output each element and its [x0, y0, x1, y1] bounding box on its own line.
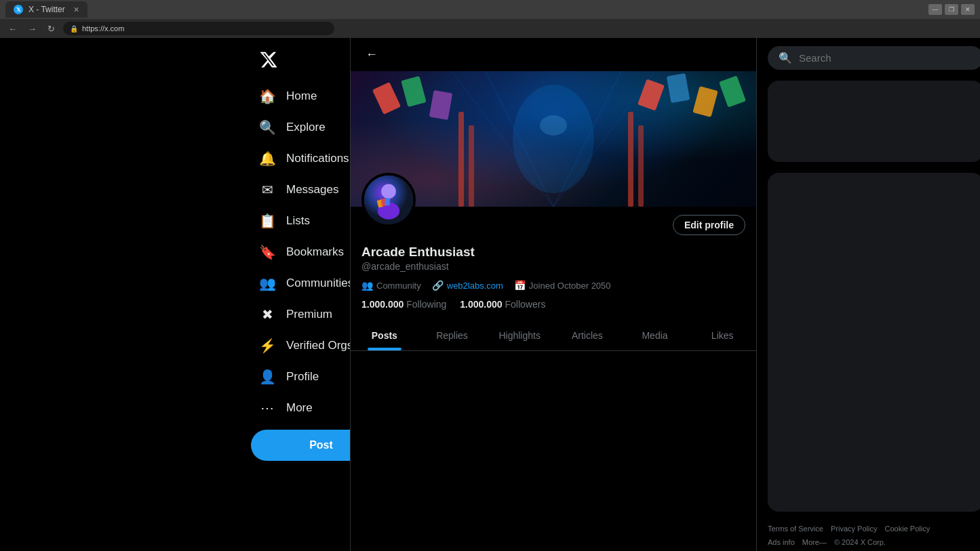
- sidebar-label-bookmarks: Bookmarks: [286, 245, 344, 259]
- svg-rect-22: [385, 198, 390, 205]
- communities-icon: 👥: [259, 275, 275, 291]
- search-input[interactable]: [799, 52, 973, 64]
- sidebar-label-lists: Lists: [286, 214, 310, 228]
- tab-close-button[interactable]: ✕: [73, 5, 79, 14]
- tab-replies[interactable]: Replies: [418, 321, 486, 350]
- link-icon: 🔗: [432, 280, 444, 291]
- search-bar[interactable]: 🔍: [768, 46, 980, 70]
- profile-main-content: ←: [350, 38, 757, 551]
- following-label: Following: [406, 299, 446, 310]
- following-stat[interactable]: 1.000.000 Following: [361, 299, 446, 310]
- sidebar-label-more: More: [286, 401, 313, 415]
- url-text: https://x.com: [82, 24, 124, 33]
- home-icon: 🏠: [259, 88, 275, 104]
- footer-more[interactable]: More—: [802, 538, 827, 546]
- svg-point-8: [540, 115, 567, 136]
- followers-stat[interactable]: 1.000.000 Followers: [460, 299, 545, 310]
- profile-meta: 👥 Community 🔗 web2labs.com 📅 Joined Octo…: [361, 280, 745, 291]
- profile-info-area: Edit profile: [351, 207, 756, 318]
- svg-rect-9: [458, 112, 464, 207]
- verified-orgs-icon: ⚡: [259, 338, 275, 354]
- right-card-1: [768, 81, 980, 162]
- tab-highlights[interactable]: Highlights: [486, 321, 553, 350]
- community-icon: 👥: [361, 280, 373, 291]
- lists-icon: 📋: [259, 213, 275, 229]
- tab-posts[interactable]: Posts: [351, 321, 418, 350]
- browser-toolbar: ← → ↻ 🔒 https://x.com: [0, 19, 980, 38]
- svg-rect-1: [401, 76, 426, 107]
- followers-label: Followers: [505, 299, 546, 310]
- refresh-button[interactable]: ↻: [45, 22, 58, 35]
- browser-titlebar: 𝕏 X - Twitter ✕ — ❐ ✕: [0, 0, 980, 19]
- sidebar-label-profile: Profile: [286, 370, 319, 384]
- back-nav-button[interactable]: ←: [5, 22, 20, 35]
- footer-links: Terms of Service Privacy Policy Cookie P…: [768, 523, 980, 551]
- avatar-image: [364, 176, 413, 224]
- profile-avatar: [361, 173, 416, 227]
- meta-joined: 📅 Joined October 2050: [514, 280, 611, 291]
- svg-point-18: [381, 184, 396, 199]
- svg-rect-5: [692, 86, 718, 117]
- right-card-2: [768, 173, 980, 512]
- forward-nav-button[interactable]: →: [25, 22, 39, 35]
- bookmarks-icon: 🔖: [259, 244, 275, 260]
- meta-website[interactable]: 🔗 web2labs.com: [432, 280, 503, 291]
- svg-rect-10: [469, 125, 474, 207]
- following-count: 1.000.000: [361, 299, 404, 310]
- followers-count: 1.000.000: [460, 299, 502, 310]
- svg-rect-3: [638, 79, 665, 110]
- sidebar-label-communities: Communities: [286, 277, 353, 290]
- footer-cookie[interactable]: Cookie Policy: [885, 525, 930, 533]
- tab-media[interactable]: Media: [621, 321, 689, 350]
- edit-profile-button[interactable]: Edit profile: [673, 215, 745, 235]
- address-bar[interactable]: 🔒 https://x.com: [63, 22, 334, 35]
- profile-handle: @arcade_enthusiast: [361, 261, 745, 272]
- browser-tab[interactable]: 𝕏 X - Twitter ✕: [5, 1, 87, 18]
- tab-articles[interactable]: Articles: [553, 321, 621, 350]
- profile-icon: 👤: [259, 369, 275, 385]
- footer-copyright: © 2024 X Corp.: [834, 538, 886, 546]
- footer-privacy[interactable]: Privacy Policy: [831, 525, 877, 533]
- tab-title: X - Twitter: [28, 5, 65, 14]
- messages-icon: ✉: [259, 182, 275, 198]
- restore-button[interactable]: ❐: [945, 4, 958, 15]
- svg-rect-12: [638, 125, 644, 207]
- profile-tabs: Posts Replies Highlights Articles Media …: [351, 321, 756, 351]
- website-link[interactable]: web2labs.com: [447, 281, 503, 291]
- joined-label: Joined October 2050: [529, 281, 611, 291]
- sidebar-label-messages: Messages: [286, 183, 338, 197]
- close-button[interactable]: ✕: [961, 4, 975, 15]
- lock-icon: 🔒: [70, 25, 78, 33]
- tab-likes[interactable]: Likes: [688, 321, 756, 350]
- search-icon: 🔍: [779, 52, 792, 64]
- explore-icon: 🔍: [259, 119, 275, 136]
- svg-point-7: [513, 85, 594, 193]
- meta-community: 👥 Community: [361, 280, 421, 291]
- footer-ads[interactable]: Ads info: [768, 538, 795, 546]
- more-icon: ⋯: [259, 400, 275, 416]
- sidebar-label-home: Home: [286, 89, 317, 103]
- premium-icon: ✖: [259, 306, 275, 323]
- sidebar-label-premium: Premium: [286, 308, 332, 321]
- app-container: 🏠 Home 🔍 Explore 🔔 Notifications ✉ Messa…: [0, 38, 980, 551]
- follow-stats: 1.000.000 Following 1.000.000 Followers: [361, 299, 745, 310]
- footer-terms[interactable]: Terms of Service: [768, 525, 823, 533]
- svg-rect-6: [719, 75, 746, 107]
- svg-rect-11: [628, 112, 633, 207]
- browser-chrome: 𝕏 X - Twitter ✕ — ❐ ✕ ← → ↻ 🔒 https://x.…: [0, 0, 980, 38]
- sidebar-label-verified-orgs: Verified Orgs: [286, 339, 353, 352]
- tab-favicon: 𝕏: [14, 5, 23, 14]
- profile-display-name: Arcade Enthusiast: [361, 245, 745, 260]
- svg-rect-0: [372, 82, 401, 115]
- svg-rect-2: [429, 90, 453, 120]
- back-header: ←: [351, 38, 756, 71]
- sidebar-label-explore: Explore: [286, 121, 326, 134]
- community-label: Community: [376, 281, 421, 291]
- window-controls: — ❐ ✕: [928, 4, 975, 15]
- notifications-icon: 🔔: [259, 150, 275, 167]
- svg-rect-4: [667, 73, 690, 103]
- sidebar-label-notifications: Notifications: [286, 152, 349, 165]
- minimize-button[interactable]: —: [928, 4, 942, 15]
- back-button[interactable]: ←: [361, 43, 382, 66]
- calendar-icon: 📅: [514, 280, 526, 291]
